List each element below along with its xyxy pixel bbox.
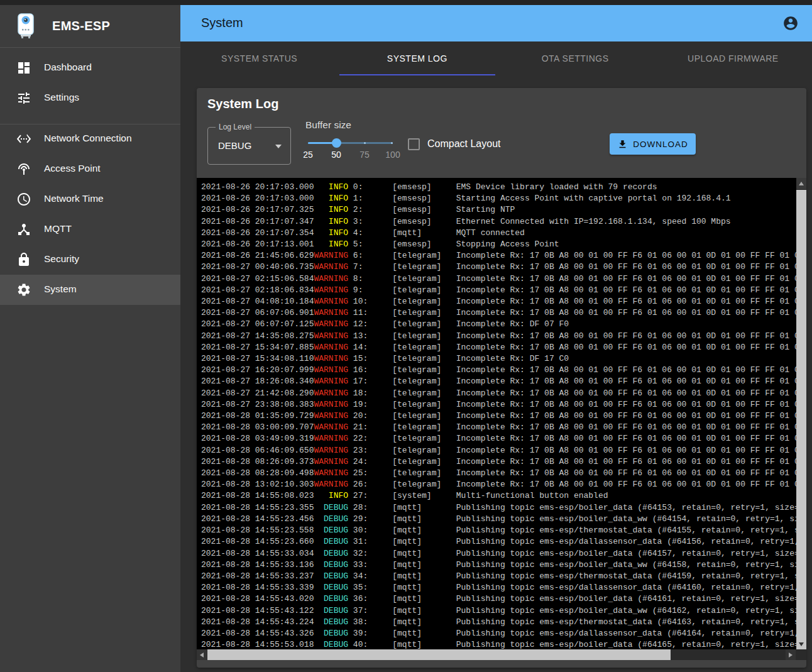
dashboard-icon: [16, 60, 31, 75]
log-line: 2021-08-28 14:55:33.339 DEBUG 35: [mqtt]…: [201, 582, 796, 593]
log-timestamp: 2021-08-28 14:55:23.456: [201, 514, 314, 524]
log-level: WARNING: [314, 365, 348, 375]
download-button[interactable]: DOWNLOAD: [610, 133, 696, 155]
tab-upload-firmware[interactable]: UPLOAD FIRMWARE: [654, 41, 812, 75]
log-timestamp: 2021-08-27 06:07:06.901: [201, 308, 314, 317]
gear-icon: [16, 282, 31, 297]
log-message: 0: [emsesp] EMS Device library loaded wi…: [348, 182, 657, 192]
vertical-scrollbar[interactable]: [796, 178, 806, 649]
wifi-tethering-icon: [16, 162, 31, 177]
log-level: INFO: [314, 205, 348, 214]
log-line: 2021-08-26 20:17:13.001 INFO 5: [emsesp]…: [201, 239, 796, 250]
slider-thumb[interactable]: [332, 138, 341, 148]
log-message: 36: [mqtt] Publishing topic ems-esp/boil…: [348, 594, 796, 603]
log-timestamp: 2021-08-28 14:55:53.018: [201, 640, 314, 649]
vertical-scrollbar-thumb[interactable]: [796, 190, 806, 639]
log-level: WARNING: [314, 274, 348, 284]
log-timestamp: 2021-08-27 14:35:08.275: [201, 331, 314, 341]
log-timestamp: 2021-08-28 14:55:33.034: [201, 549, 314, 558]
sidebar-item-dashboard[interactable]: Dashboard: [0, 53, 180, 83]
system-log-card: System Log Log Level DEBUG Buffer size 2…: [197, 88, 806, 668]
log-message: 29: [mqtt] Publishing topic ems-esp/boil…: [348, 514, 796, 524]
log-line: 2021-08-27 00:40:06.735WARNING 7: [teleg…: [201, 262, 796, 273]
log-line: 2021-08-28 08:28:09.498WARNING 25: [tele…: [201, 468, 796, 479]
tab-ota-settings[interactable]: OTA SETTINGS: [497, 41, 654, 75]
log-level: DEBUG: [314, 526, 348, 535]
slider-mark-75[interactable]: 75: [355, 150, 374, 160]
log-timestamp: 2021-08-28 14:55:23.558: [201, 526, 314, 535]
tab-system-log[interactable]: SYSTEM LOG: [338, 41, 496, 75]
sidebar-item-network-time[interactable]: Network Time: [0, 184, 180, 214]
sidebar-item-label: Network Time: [44, 193, 104, 204]
compact-layout-checkbox[interactable]: [408, 138, 420, 150]
slider-mark-50[interactable]: 50: [327, 150, 346, 160]
log-message: 35: [mqtt] Publishing topic ems-esp/dall…: [348, 583, 796, 592]
log-timestamp: 2021-08-26 20:17:07.354: [201, 228, 314, 238]
horizontal-scrollbar-thumb[interactable]: [207, 649, 671, 660]
tab-system-status[interactable]: SYSTEM STATUS: [180, 41, 338, 75]
log-level: WARNING: [314, 297, 348, 306]
log-level: WARNING: [314, 251, 348, 260]
log-message: 12: [telegram] Incomplete Rx: DF 07 F0: [348, 319, 569, 329]
log-line: 2021-08-27 16:20:07.999WARNING 16: [tele…: [201, 365, 796, 376]
app-logo-icon: [16, 13, 35, 41]
log-message: 39: [mqtt] Publishing topic ems-esp/dall…: [348, 629, 796, 638]
horizontal-scrollbar[interactable]: [197, 649, 806, 660]
log-message: 25: [telegram] Incomplete Rx: 17 0B A8 0…: [348, 468, 796, 478]
log-level: WARNING: [314, 354, 348, 363]
sidebar-item-system[interactable]: System: [0, 275, 180, 305]
log-line: 2021-08-26 20:17:03.000 INFO 1: [emsesp]…: [201, 193, 796, 204]
sidebar-item-label: Settings: [44, 92, 79, 103]
account-circle-icon[interactable]: [782, 15, 799, 31]
log-timestamp: 2021-08-28 01:35:09.729: [201, 411, 314, 421]
log-timestamp: 2021-08-28 08:28:09.498: [201, 468, 314, 478]
log-level: WARNING: [314, 262, 348, 272]
sidebar-item-access-point[interactable]: Access Point: [0, 154, 180, 184]
log-level: DEBUG: [314, 583, 348, 592]
log-timestamp: 2021-08-27 04:08:10.184: [201, 297, 314, 306]
log-message: 3: [emsesp] Ethernet Connected with IP=1…: [348, 217, 731, 226]
sidebar-item-security[interactable]: Security: [0, 245, 180, 275]
log-level-select[interactable]: Log Level DEBUG: [207, 127, 291, 165]
slider-mark-100[interactable]: 100: [383, 150, 402, 160]
log-timestamp: 2021-08-28 14:55:23.355: [201, 503, 314, 512]
log-level: DEBUG: [314, 560, 348, 570]
slider-mark-25[interactable]: 25: [299, 150, 317, 160]
log-message: 8: [telegram] Incomplete Rx: 17 0B A8 00…: [348, 274, 796, 284]
arrow-left-icon: [200, 653, 204, 658]
scroll-up-button[interactable]: [796, 178, 806, 189]
scroll-left-button[interactable]: [197, 649, 207, 660]
log-level: DEBUG: [314, 629, 348, 638]
log-line: 2021-08-27 02:18:06.834WARNING 9: [teleg…: [201, 285, 796, 296]
log-line: 2021-08-28 14:55:33.034 DEBUG 32: [mqtt]…: [201, 548, 796, 559]
log-line: 2021-08-28 14:55:23.355 DEBUG 28: [mqtt]…: [201, 502, 796, 514]
clock-icon: [16, 192, 31, 207]
log-level: DEBUG: [314, 640, 348, 649]
log-level: DEBUG: [314, 571, 348, 581]
log-timestamp: 2021-08-27 21:42:08.290: [201, 388, 314, 398]
log-level: WARNING: [314, 319, 348, 329]
log-viewer: 2021-08-26 20:17:03.000 INFO 0: [emsesp]…: [197, 178, 806, 660]
log-timestamp: 2021-08-27 02:15:06.584: [201, 274, 314, 284]
sidebar-item-mqtt[interactable]: MQTT: [0, 214, 180, 245]
sidebar-item-label: MQTT: [44, 223, 72, 234]
log-level: WARNING: [314, 434, 348, 443]
log-timestamp: 2021-08-27 15:34:08.110: [201, 354, 314, 363]
log-line: 2021-08-28 14:55:33.136 DEBUG 33: [mqtt]…: [201, 559, 796, 571]
buffer-size-slider[interactable]: [308, 138, 393, 148]
scroll-right-button[interactable]: [786, 649, 796, 660]
log-timestamp: 2021-08-28 14:55:43.224: [201, 617, 314, 627]
log-timestamp: 2021-08-28 06:46:09.650: [201, 446, 314, 455]
log-line: 2021-08-28 14:55:43.326 DEBUG 39: [mqtt]…: [201, 628, 796, 639]
log-line: 2021-08-28 14:55:43.224 DEBUG 38: [mqtt]…: [201, 617, 796, 628]
scroll-down-button[interactable]: [796, 639, 806, 649]
sidebar-item-settings[interactable]: Settings: [0, 83, 180, 113]
buffer-size-label: Buffer size: [305, 119, 351, 131]
log-timestamp: 2021-08-26 20:17:07.325: [201, 205, 314, 214]
log-level: WARNING: [314, 411, 348, 421]
log-message: 7: [telegram] Incomplete Rx: 17 0B A8 00…: [348, 262, 796, 272]
download-button-label: DOWNLOAD: [633, 140, 688, 149]
download-icon: [617, 139, 628, 150]
sidebar-item-network-connection[interactable]: Network Connection: [0, 124, 180, 154]
appbar: System: [180, 5, 812, 41]
